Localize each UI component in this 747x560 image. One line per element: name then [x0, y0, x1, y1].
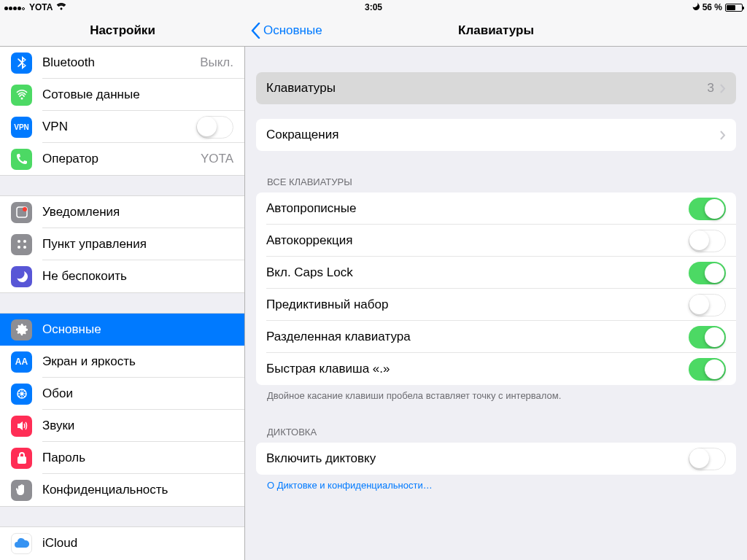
cell-value: 3 — [708, 81, 714, 96]
chevron-right-icon — [720, 84, 726, 93]
dnd-icon — [692, 2, 700, 12]
sidebar-item-privacy[interactable]: Конфиденциальность — [0, 474, 244, 506]
sidebar-title: Настройки — [90, 23, 155, 38]
control-center-icon — [11, 234, 32, 255]
sidebar-item-value: YOTA — [201, 152, 233, 166]
sidebar-item-bluetooth[interactable]: Bluetooth Выкл. — [0, 47, 244, 79]
sidebar-item-wallpaper[interactable]: Обои — [0, 378, 244, 410]
cell-label: Предиктивный набор — [266, 298, 388, 312]
sidebar-item-label: Сотовые данные — [42, 88, 140, 102]
period-switch[interactable] — [689, 358, 726, 381]
notifications-icon — [11, 202, 32, 223]
sidebar-item-label: Звуки — [42, 419, 74, 433]
gear-icon — [11, 319, 32, 341]
lock-icon — [11, 448, 32, 469]
sidebar-item-display[interactable]: AA Экран и яркость — [0, 346, 244, 378]
dictation-header: ДИКТОВКА — [267, 427, 736, 438]
sidebar-item-label: Основные — [42, 322, 101, 337]
sidebar-item-label: Оператор — [42, 152, 98, 166]
cell-label: Быстрая клавиша «.» — [266, 362, 390, 376]
vpn-icon: VPN — [11, 117, 32, 138]
moon-icon — [11, 266, 32, 287]
sidebar[interactable]: Bluetooth Выкл. Сотовые данные VPN VPN О… — [0, 47, 245, 560]
phone-icon — [11, 149, 32, 170]
predictive-switch[interactable] — [689, 294, 726, 316]
sidebar-item-label: Пароль — [42, 451, 85, 465]
period-row: Быстрая клавиша «.» — [256, 353, 736, 385]
svg-rect-9 — [18, 456, 26, 464]
sidebar-item-label: Обои — [42, 386, 73, 401]
autocap-switch[interactable] — [689, 198, 726, 220]
sidebar-item-carrier[interactable]: Оператор YOTA — [0, 143, 244, 175]
detail-title: Клавиатуры — [458, 23, 534, 38]
sidebar-item-general[interactable]: Основные — [0, 314, 244, 346]
keyboards-row[interactable]: Клавиатуры 3 — [256, 72, 736, 104]
battery-icon — [725, 4, 743, 12]
cell-label: Автопрописные — [266, 201, 356, 216]
sidebar-item-notifications[interactable]: Уведомления — [0, 196, 244, 228]
cell-label: Автокоррекция — [266, 233, 352, 248]
cell-label: Разделенная клавиатура — [266, 330, 411, 344]
cell-label: Включить диктовку — [266, 451, 376, 466]
svg-point-6 — [23, 246, 26, 249]
split-row: Разделенная клавиатура — [256, 321, 736, 353]
carrier-label: YOTA — [29, 2, 53, 12]
sidebar-item-sounds[interactable]: Звуки — [0, 410, 244, 442]
back-button[interactable]: Основные — [251, 23, 322, 39]
sidebar-navbar: Настройки — [0, 15, 245, 47]
hand-icon — [11, 480, 32, 501]
status-bar: YOTA 3:05 56 % — [0, 0, 747, 15]
all-keyboards-header: ВСЕ КЛАВИАТУРЫ — [267, 176, 736, 187]
wallpaper-icon — [11, 384, 32, 405]
autocap-row: Автопрописные — [256, 192, 736, 225]
autocorrect-switch[interactable] — [689, 230, 726, 252]
svg-point-4 — [23, 240, 26, 243]
sidebar-item-label: Не беспокоить — [42, 269, 127, 284]
bluetooth-icon — [11, 52, 32, 74]
speaker-icon — [11, 416, 32, 437]
dictation-privacy-link[interactable]: О Диктовке и конфиденциальности… — [267, 480, 736, 491]
vpn-toggle[interactable] — [196, 116, 233, 139]
sidebar-item-value: Выкл. — [200, 55, 233, 70]
svg-point-3 — [18, 240, 20, 243]
cell-label: Вкл. Caps Lock — [266, 265, 353, 280]
chevron-right-icon — [720, 131, 726, 140]
capslock-row: Вкл. Caps Lock — [256, 257, 736, 289]
svg-point-2 — [23, 207, 27, 211]
clock: 3:05 — [365, 2, 382, 12]
period-footer: Двойное касание клавиши пробела вставляе… — [267, 390, 736, 401]
wifi-icon — [56, 2, 66, 12]
svg-point-0 — [20, 98, 23, 100]
sidebar-item-label: Уведомления — [42, 205, 120, 219]
split-switch[interactable] — [689, 326, 726, 349]
predictive-row: Предиктивный набор — [256, 289, 736, 321]
sidebar-item-control-center[interactable]: Пункт управления — [0, 228, 244, 260]
back-label: Основные — [263, 23, 322, 38]
sidebar-item-label: iCloud — [42, 536, 77, 551]
sidebar-item-dnd[interactable]: Не беспокоить — [0, 260, 244, 292]
cell-label: Сокращения — [266, 128, 338, 142]
detail-navbar: Основные Клавиатуры — [245, 15, 747, 47]
display-icon: AA — [11, 351, 32, 373]
dictation-switch[interactable] — [689, 448, 726, 470]
sidebar-item-label: Bluetooth — [42, 55, 95, 70]
sidebar-item-label: Пункт управления — [42, 237, 147, 252]
detail-pane[interactable]: Клавиатуры 3 Сокращения ВСЕ КЛАВИАТУРЫ А… — [245, 47, 747, 560]
sidebar-item-vpn[interactable]: VPN VPN — [0, 111, 244, 143]
sidebar-item-passcode[interactable]: Пароль — [0, 442, 244, 474]
chevron-left-icon — [251, 23, 260, 39]
cell-label: Клавиатуры — [266, 81, 336, 96]
sidebar-item-label: Конфиденциальность — [42, 483, 168, 497]
battery-label: 56 % — [703, 2, 722, 12]
cellular-icon — [11, 85, 32, 106]
dictation-row: Включить диктовку — [256, 443, 736, 475]
svg-point-5 — [18, 246, 20, 249]
signal-dots-icon — [4, 2, 26, 12]
capslock-switch[interactable] — [689, 262, 726, 284]
shortcuts-row[interactable]: Сокращения — [256, 119, 736, 151]
sidebar-item-icloud[interactable]: iCloud — [0, 527, 244, 559]
autocorrect-row: Автокоррекция — [256, 225, 736, 257]
sidebar-item-cellular[interactable]: Сотовые данные — [0, 79, 244, 111]
cloud-icon — [11, 533, 32, 554]
sidebar-item-label: Экран и яркость — [42, 354, 136, 369]
